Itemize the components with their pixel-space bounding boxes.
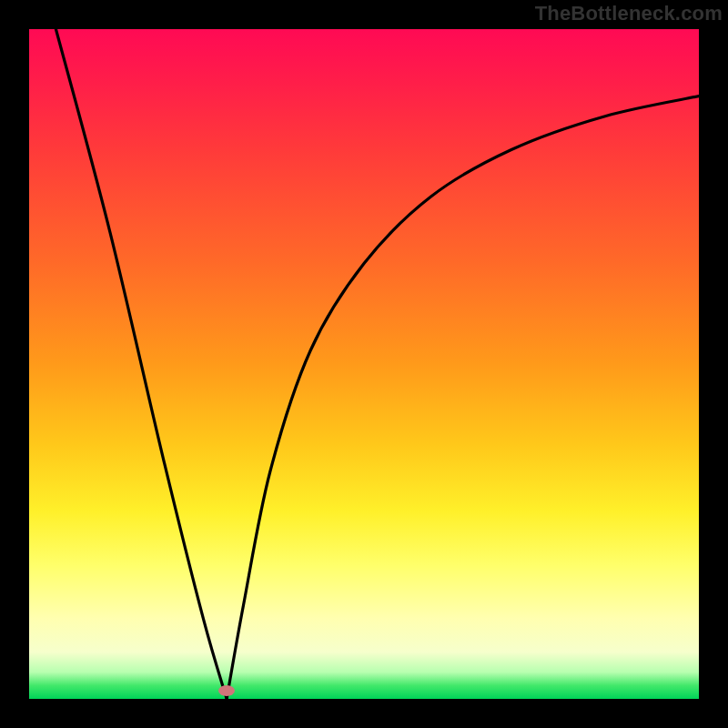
curve-left-branch	[56, 29, 227, 699]
watermark-text: TheBottleneck.com	[535, 2, 723, 25]
curve-right-branch	[227, 96, 699, 699]
plot-area	[29, 29, 699, 699]
curve-svg	[29, 29, 699, 699]
chart-frame: TheBottleneck.com	[0, 0, 728, 728]
trough-marker-dot	[218, 685, 235, 696]
